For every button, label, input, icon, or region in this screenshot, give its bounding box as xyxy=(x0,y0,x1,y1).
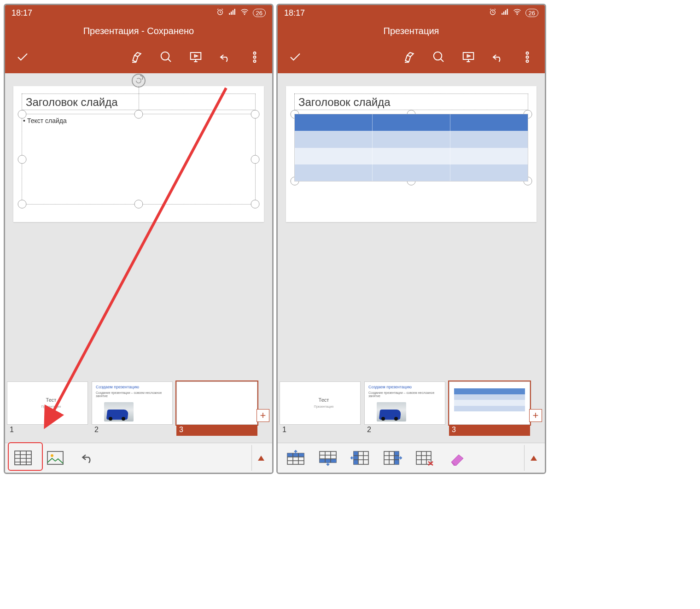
resize-handle[interactable] xyxy=(251,110,260,119)
chevron-up-icon xyxy=(258,456,264,461)
svg-point-24 xyxy=(526,56,529,59)
search-button[interactable] xyxy=(152,42,181,72)
present-button[interactable] xyxy=(454,42,483,72)
current-slide[interactable]: Заголовок слайда •Текст слайда xyxy=(13,86,264,222)
undo-button-bottom[interactable] xyxy=(71,445,104,471)
svg-point-13 xyxy=(51,454,53,457)
table-row[interactable] xyxy=(295,164,528,181)
done-button[interactable] xyxy=(280,42,310,72)
svg-point-23 xyxy=(526,52,529,54)
svg-point-8 xyxy=(254,52,256,54)
svg-rect-1 xyxy=(229,13,230,15)
svg-point-20 xyxy=(516,14,517,15)
status-bar: 18:17 26 xyxy=(5,5,272,21)
insert-image-button[interactable] xyxy=(39,445,71,471)
resize-handle[interactable] xyxy=(18,200,27,209)
current-slide[interactable]: Заголовок слайда xyxy=(286,86,537,222)
thumbnail-slide-3[interactable]: 3 xyxy=(176,381,257,436)
battery-level: 26 xyxy=(253,9,266,17)
svg-point-10 xyxy=(254,60,256,62)
svg-rect-3 xyxy=(232,10,233,15)
svg-rect-16 xyxy=(502,13,502,15)
resize-handle[interactable] xyxy=(251,200,260,209)
document-title: Презентация - Сохранено xyxy=(5,21,272,41)
svg-rect-12 xyxy=(47,451,63,464)
pen-edit-button[interactable] xyxy=(122,42,152,72)
expand-toolbar-button[interactable] xyxy=(251,445,270,471)
thumb-title: Тест xyxy=(284,397,364,403)
thumb-title: Тест xyxy=(11,397,91,403)
svg-point-21 xyxy=(434,52,442,60)
svg-rect-19 xyxy=(507,9,508,15)
rotate-connector xyxy=(139,86,139,112)
insert-column-left-button[interactable] xyxy=(344,445,376,471)
thumb-subtitle: Создание презентации – совсем несложное … xyxy=(368,391,441,398)
thumb-subtitle: Презентация xyxy=(11,405,91,408)
svg-point-6 xyxy=(161,52,169,60)
expand-toolbar-button[interactable] xyxy=(524,445,543,471)
thumb-table-icon xyxy=(454,388,525,411)
status-time: 18:17 xyxy=(12,8,32,18)
slide-canvas[interactable]: Заголовок слайда xyxy=(278,73,545,368)
wifi-icon xyxy=(240,8,249,18)
thumb-subtitle: Презентация xyxy=(284,405,364,408)
svg-rect-2 xyxy=(231,12,232,15)
thumb-title: Создаем презентацию xyxy=(96,385,169,389)
svg-rect-4 xyxy=(234,9,235,15)
svg-point-25 xyxy=(526,60,529,62)
document-title: Презентация xyxy=(278,21,545,41)
resize-handle[interactable] xyxy=(18,110,27,119)
undo-button[interactable] xyxy=(483,42,513,72)
status-bar: 18:17 26 xyxy=(278,5,545,21)
thumb-subtitle: Создание презентации – совсем несложное … xyxy=(96,391,169,398)
table-row[interactable] xyxy=(295,148,528,164)
phone-screenshot-left: 18:17 26 Презентация - Сохранено xyxy=(4,4,274,474)
table-row[interactable] xyxy=(295,131,528,147)
insert-column-right-button[interactable] xyxy=(376,445,408,471)
resize-handle[interactable] xyxy=(134,110,143,119)
more-menu-button[interactable] xyxy=(513,42,542,72)
eraser-button[interactable] xyxy=(441,445,473,471)
svg-point-5 xyxy=(244,14,245,15)
insert-row-above-button[interactable] xyxy=(280,445,312,471)
body-placeholder-selection[interactable]: •Текст слайда xyxy=(22,114,256,205)
delete-table-button[interactable] xyxy=(408,445,441,471)
add-slide-button[interactable]: + xyxy=(257,409,269,422)
battery-level: 26 xyxy=(525,9,538,17)
svg-rect-7 xyxy=(191,53,201,59)
status-time: 18:17 xyxy=(284,8,305,18)
svg-rect-22 xyxy=(463,53,474,59)
svg-rect-18 xyxy=(505,10,506,15)
done-button[interactable] xyxy=(8,42,37,72)
pen-edit-button[interactable] xyxy=(395,42,424,72)
slide-title-placeholder[interactable]: Заголовок слайда xyxy=(294,94,528,110)
annotation-highlight xyxy=(8,442,43,471)
thumbnail-slide-3[interactable]: 3 xyxy=(449,381,530,436)
thumb-number: 1 xyxy=(7,425,88,436)
search-button[interactable] xyxy=(424,42,454,72)
add-slide-button[interactable]: + xyxy=(529,409,542,422)
svg-rect-17 xyxy=(503,12,504,15)
rotate-handle-icon[interactable] xyxy=(132,74,146,88)
resize-handle[interactable] xyxy=(18,155,27,164)
phone-screenshot-right: 18:17 26 Презентация Заголовок слайда xyxy=(276,4,546,474)
slide-canvas[interactable]: Заголовок слайда •Текст слайда xyxy=(5,73,272,368)
thumbnail-slide-1[interactable]: Тест Презентация 1 xyxy=(7,381,88,436)
thumbnail-slide-1[interactable]: Тест Презентация 1 xyxy=(280,381,361,436)
inserted-table[interactable] xyxy=(294,114,528,182)
present-button[interactable] xyxy=(181,42,210,72)
thumb-image-icon xyxy=(104,402,134,422)
chevron-up-icon xyxy=(531,456,537,461)
undo-button[interactable] xyxy=(210,42,240,72)
slide-thumbnails: Тест Презентация 1 Создаем презентацию С… xyxy=(278,381,545,437)
insert-row-below-button[interactable] xyxy=(312,445,344,471)
resize-handle[interactable] xyxy=(134,200,143,209)
more-menu-button[interactable] xyxy=(240,42,269,72)
thumbnail-slide-2[interactable]: Создаем презентацию Создание презентации… xyxy=(92,381,173,436)
thumb-number: 2 xyxy=(364,425,445,436)
resize-handle[interactable] xyxy=(251,155,260,164)
table-row[interactable] xyxy=(295,114,528,131)
signal-icon xyxy=(501,8,509,18)
bottom-toolbar xyxy=(5,443,272,473)
thumbnail-slide-2[interactable]: Создаем презентацию Создание презентации… xyxy=(364,381,445,436)
